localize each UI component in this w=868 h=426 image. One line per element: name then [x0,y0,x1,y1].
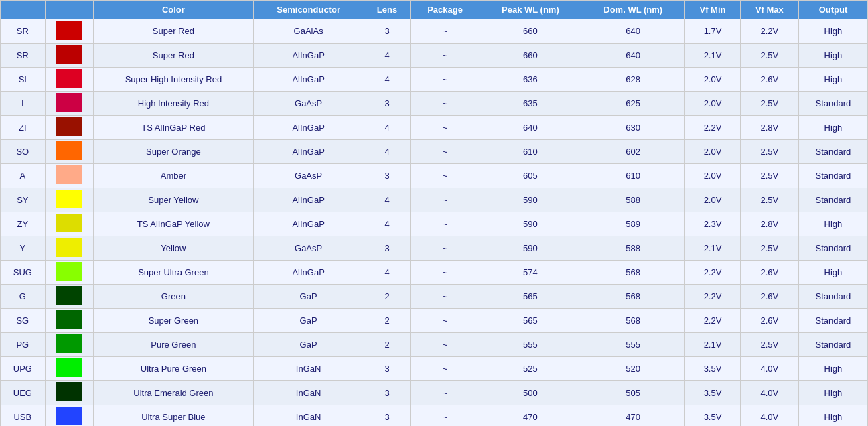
code-cell: ZY [1,212,46,236]
color-swatch [56,238,82,257]
swatch-cell [45,212,93,236]
swatch-cell [45,188,93,212]
color-swatch [56,407,82,425]
dom-cell: 568 [581,261,685,285]
lens-cell: 2 [364,333,411,357]
lens-cell: 4 [364,261,411,285]
lens-cell: 4 [364,44,411,68]
color-cell: Super Yellow [94,188,254,212]
pkg-cell: ~ [411,285,480,309]
output-cell: Standard [798,140,867,164]
code-cell: SO [1,140,46,164]
pkg-cell: ~ [411,44,480,68]
code-cell: A [1,164,46,188]
pkg-cell: ~ [411,381,480,405]
pkg-cell: ~ [411,212,480,236]
output-cell: High [798,19,867,44]
semi-cell: GaP [253,285,364,309]
dom-cell: 602 [581,140,685,164]
peak-cell: 605 [480,164,581,188]
semi-cell: AlInGaP [253,44,364,68]
color-cell: Amber [94,164,254,188]
code-cell: SUG [1,261,46,285]
peak-cell: 590 [480,212,581,236]
peak-cell: 610 [480,140,581,164]
dom-cell: 628 [581,68,685,92]
semi-cell: InGaN [253,381,364,405]
dom-cell: 555 [581,333,685,357]
dom-cell: 610 [581,164,685,188]
swatch-cell [45,44,93,68]
semi-cell: GaP [253,309,364,333]
swatch-cell [45,333,93,357]
vf-max-cell: 2.8V [740,212,798,236]
code-cell: SR [1,19,46,44]
peak-cell: 660 [480,44,581,68]
semi-cell: AlInGaP [253,140,364,164]
vf-max-cell: 2.5V [740,333,798,357]
semi-cell: InGaN [253,405,364,427]
vf-min-cell: 2.1V [685,44,741,68]
semi-cell: AlInGaP [253,212,364,236]
color-cell: Ultra Emerald Green [94,381,254,405]
code-cell: ZI [1,116,46,140]
vf-max-cell: 2.5V [740,164,798,188]
vf-max-cell: 2.5V [740,44,798,68]
peak-cell: 500 [480,381,581,405]
table-row: SUGSuper Ultra GreenAlInGaP4~5745682.2V2… [1,261,868,285]
lens-cell: 4 [364,68,411,92]
lens-cell: 2 [364,285,411,309]
output-cell: Standard [798,92,867,116]
swatch-cell [45,140,93,164]
color-cell: Super Green [94,309,254,333]
lens-cell: 3 [364,92,411,116]
col-header-code [1,1,46,19]
peak-cell: 574 [480,261,581,285]
swatch-cell [45,381,93,405]
color-cell: High Intensity Red [94,92,254,116]
output-cell: Standard [798,285,867,309]
code-cell: Y [1,236,46,261]
output-cell: Standard [798,333,867,357]
vf-min-cell: 1.7V [685,19,741,44]
table-row: YYellowGaAsP3~5905882.1V2.5VStandard [1,236,868,261]
vf-max-cell: 2.5V [740,140,798,164]
vf-min-cell: 3.5V [685,381,741,405]
vf-max-cell: 2.5V [740,92,798,116]
semi-cell: GaAlAs [253,19,364,44]
pkg-cell: ~ [411,68,480,92]
pkg-cell: ~ [411,236,480,261]
table-row: USBUltra Super BlueInGaN3~4704703.5V4.0V… [1,405,868,427]
peak-cell: 470 [480,405,581,427]
lens-cell: 4 [364,140,411,164]
vf-min-cell: 2.2V [685,261,741,285]
peak-cell: 525 [480,357,581,381]
vf-min-cell: 2.0V [685,140,741,164]
table-row: GGreenGaP2~5655682.2V2.6VStandard [1,285,868,309]
vf-max-cell: 4.0V [740,357,798,381]
output-cell: High [798,381,867,405]
vf-max-cell: 2.5V [740,188,798,212]
code-cell: SG [1,309,46,333]
swatch-cell [45,405,93,427]
color-swatch [56,165,82,184]
color-swatch [56,262,82,281]
code-cell: PG [1,333,46,357]
output-cell: High [798,357,867,381]
color-swatch [56,358,82,377]
col-header-dom: Dom. WL (nm) [581,1,685,19]
lens-cell: 3 [364,236,411,261]
color-swatch [56,214,82,232]
semi-cell: GaP [253,333,364,357]
semi-cell: AlInGaP [253,188,364,212]
output-cell: High [798,68,867,92]
dom-cell: 640 [581,44,685,68]
vf-min-cell: 2.2V [685,285,741,309]
table-row: UEGUltra Emerald GreenInGaN3~5005053.5V4… [1,381,868,405]
color-swatch [56,286,82,305]
dom-cell: 588 [581,188,685,212]
code-cell: SR [1,44,46,68]
color-cell: Super Orange [94,140,254,164]
code-cell: SY [1,188,46,212]
color-swatch [56,45,82,64]
